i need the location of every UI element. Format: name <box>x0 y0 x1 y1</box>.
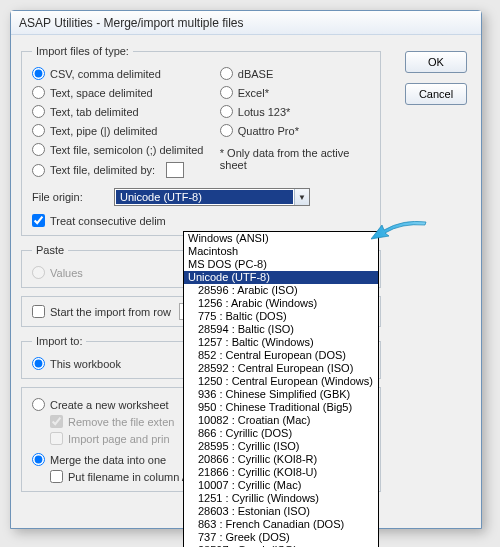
radio-excel[interactable]: Excel* <box>220 86 370 99</box>
radio-tab[interactable]: Text, tab delimited <box>32 105 220 118</box>
dropdown-item[interactable]: 1257 : Baltic (Windows) <box>184 336 378 349</box>
ok-button[interactable]: OK <box>405 51 467 73</box>
dropdown-item[interactable]: 10082 : Croatian (Mac) <box>184 414 378 427</box>
importto-legend: Import to: <box>32 335 86 347</box>
dropdown-item[interactable]: 28596 : Arabic (ISO) <box>184 284 378 297</box>
dropdown-item[interactable]: MS DOS (PC-8) <box>184 258 378 271</box>
dropdown-item[interactable]: 21866 : Cyrillic (KOI8-U) <box>184 466 378 479</box>
dropdown-item[interactable]: 775 : Baltic (DOS) <box>184 310 378 323</box>
dropdown-item[interactable]: 863 : French Canadian (DOS) <box>184 518 378 531</box>
radio-custom-delim[interactable]: Text file, delimited by: <box>32 162 220 178</box>
dropdown-item[interactable]: 10007 : Cyrillic (Mac) <box>184 479 378 492</box>
dropdown-item[interactable]: 852 : Central European (DOS) <box>184 349 378 362</box>
dropdown-item[interactable]: 936 : Chinese Simplified (GBK) <box>184 388 378 401</box>
radio-space[interactable]: Text, space delimited <box>32 86 220 99</box>
cancel-button[interactable]: Cancel <box>405 83 467 105</box>
check-treat-consecutive[interactable]: Treat consecutive delim <box>32 214 370 227</box>
dropdown-item[interactable]: 1256 : Arabic (Windows) <box>184 297 378 310</box>
dropdown-item[interactable]: 28595 : Cyrillic (ISO) <box>184 440 378 453</box>
dropdown-item[interactable]: Unicode (UTF-8) <box>184 271 378 284</box>
dropdown-item[interactable]: 1250 : Central European (Windows) <box>184 375 378 388</box>
dropdown-item[interactable]: 28594 : Baltic (ISO) <box>184 323 378 336</box>
file-origin-dropdown[interactable]: Windows (ANSI)MacintoshMS DOS (PC-8)Unic… <box>183 231 379 547</box>
filetypes-note: * Only data from the active sheet <box>220 147 370 171</box>
dropdown-item[interactable]: 1251 : Cyrillic (Windows) <box>184 492 378 505</box>
titlebar: ASAP Utilities - Merge/import multiple f… <box>11 11 481 35</box>
dropdown-item[interactable]: 28603 : Estonian (ISO) <box>184 505 378 518</box>
radio-csv[interactable]: CSV, comma delimited <box>32 67 220 80</box>
radio-quattro[interactable]: Quattro Pro* <box>220 124 370 137</box>
dropdown-item[interactable]: Macintosh <box>184 245 378 258</box>
chevron-down-icon[interactable]: ▼ <box>294 189 309 205</box>
window-title: ASAP Utilities - Merge/import multiple f… <box>19 16 244 30</box>
dropdown-item[interactable]: 28592 : Central European (ISO) <box>184 362 378 375</box>
dialog-window: ASAP Utilities - Merge/import multiple f… <box>10 10 482 529</box>
radio-pipe[interactable]: Text, pipe (|) delimited <box>32 124 220 137</box>
dropdown-item[interactable]: 866 : Cyrillic (DOS) <box>184 427 378 440</box>
radio-semicolon[interactable]: Text file, semicolon (;) delimited <box>32 143 220 156</box>
dropdown-item[interactable]: 737 : Greek (DOS) <box>184 531 378 544</box>
filetypes-legend: Import files of type: <box>32 45 133 57</box>
radio-lotus[interactable]: Lotus 123* <box>220 105 370 118</box>
dropdown-item[interactable]: 20866 : Cyrillic (KOI8-R) <box>184 453 378 466</box>
file-origin-combo[interactable]: Unicode (UTF-8) ▼ <box>114 188 310 206</box>
custom-delim-input[interactable] <box>166 162 184 178</box>
filetypes-group: Import files of type: CSV, comma delimit… <box>21 45 381 236</box>
file-origin-selected: Unicode (UTF-8) <box>116 190 293 204</box>
paste-legend: Paste <box>32 244 68 256</box>
dropdown-item[interactable]: 950 : Chinese Traditional (Big5) <box>184 401 378 414</box>
file-origin-label: File origin: <box>32 191 104 203</box>
radio-dbase[interactable]: dBASE <box>220 67 370 80</box>
dropdown-item[interactable]: Windows (ANSI) <box>184 232 378 245</box>
